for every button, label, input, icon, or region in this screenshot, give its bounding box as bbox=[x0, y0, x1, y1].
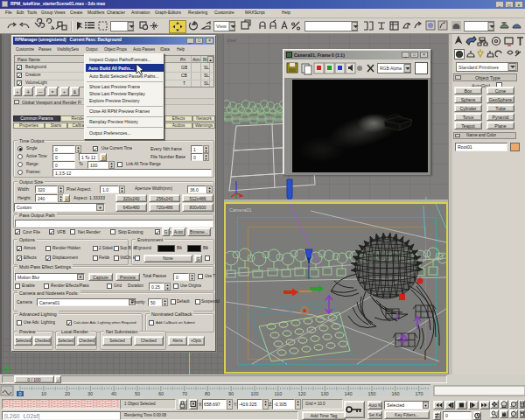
svg-text:User: User bbox=[227, 38, 237, 43]
svg-text:RGB Alpha: RGB Alpha bbox=[380, 66, 402, 71]
svg-text:View: View bbox=[216, 24, 227, 29]
svg-text:Standard Primitives: Standard Primitives bbox=[458, 65, 499, 70]
svg-text:Camera01: Camera01 bbox=[229, 207, 252, 213]
svg-text:Object Type: Object Type bbox=[475, 75, 500, 80]
